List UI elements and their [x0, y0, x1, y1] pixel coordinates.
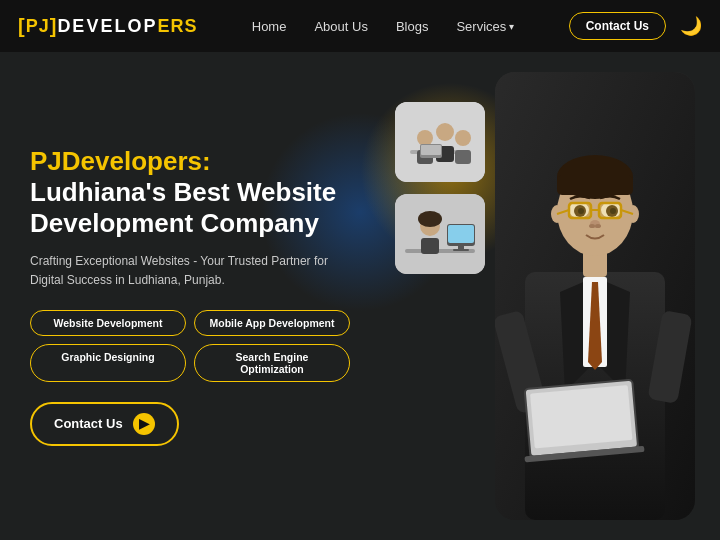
hero-title-line1: Ludhiana's Best Website [30, 177, 336, 207]
nav-services-label: Services [456, 19, 506, 34]
woman-svg [395, 194, 485, 274]
nav-links: Home About Us Blogs Services ▾ [252, 17, 515, 35]
service-tag-mobile[interactable]: Mobile App Development [194, 310, 350, 336]
hero-subtitle: Crafting Exceptional Websites - Your Tru… [30, 252, 340, 290]
svg-point-52 [595, 224, 601, 228]
team-svg [395, 102, 485, 182]
team-image [395, 102, 485, 182]
hero-section: PJDevelopers: Ludhiana's Best Website De… [0, 52, 720, 540]
svg-rect-16 [448, 225, 474, 243]
svg-point-51 [589, 224, 595, 228]
nav-blogs-link[interactable]: Blogs [396, 19, 429, 34]
nav-about-link[interactable]: About Us [314, 19, 367, 34]
nav-services[interactable]: Services ▾ [456, 19, 514, 34]
hero-title-white: Ludhiana's Best Website Development Comp… [30, 177, 380, 239]
hero-cta-button[interactable]: Contact Us ▶ [30, 402, 179, 446]
svg-rect-45 [569, 203, 591, 218]
svg-rect-7 [455, 150, 471, 164]
chevron-down-icon: ▾ [509, 21, 514, 32]
svg-rect-18 [453, 249, 469, 251]
team-photo [395, 102, 485, 182]
logo: [ PJ ] DEVELOP ERS [18, 15, 197, 38]
hero-title-yellow: PJDevelopers: [30, 146, 380, 177]
svg-rect-14 [421, 238, 439, 254]
man-svg [495, 72, 695, 520]
service-tag-seo[interactable]: Search Engine Optimization [194, 344, 350, 382]
nav-right: Contact Us 🌙 [569, 12, 702, 40]
svg-rect-34 [557, 175, 633, 195]
service-tags: Website Development Mobile App Developme… [30, 310, 350, 382]
man-container [495, 72, 695, 520]
hero-content-right [370, 52, 710, 540]
woman-image [395, 194, 485, 274]
svg-rect-29 [530, 385, 632, 448]
svg-rect-9 [421, 145, 441, 155]
svg-point-6 [455, 130, 471, 146]
logo-dev: DEVELOP [57, 16, 157, 37]
svg-rect-46 [599, 203, 621, 218]
navbar: [ PJ ] DEVELOP ERS Home About Us Blogs S… [0, 0, 720, 52]
nav-home-link[interactable]: Home [252, 19, 287, 34]
logo-bracket-close: ] [50, 15, 58, 38]
moon-icon[interactable]: 🌙 [680, 15, 702, 37]
hero-small-images [395, 102, 485, 274]
logo-s: ERS [157, 16, 197, 37]
svg-point-2 [417, 130, 433, 146]
logo-bracket-open: [ [18, 15, 26, 38]
cta-arrow-icon: ▶ [133, 413, 155, 435]
svg-point-4 [436, 123, 454, 141]
cta-label: Contact Us [54, 416, 123, 431]
hero-title-line2: Development Company [30, 208, 319, 238]
woman-photo [395, 194, 485, 274]
nav-blogs[interactable]: Blogs [396, 17, 429, 35]
service-tag-web[interactable]: Website Development [30, 310, 186, 336]
navbar-contact-button[interactable]: Contact Us [569, 12, 666, 40]
nav-home[interactable]: Home [252, 17, 287, 35]
svg-point-13 [418, 211, 442, 227]
svg-rect-0 [395, 102, 485, 182]
logo-pj: PJ [26, 16, 50, 37]
hero-content-left: PJDevelopers: Ludhiana's Best Website De… [0, 106, 380, 486]
service-tag-graphic[interactable]: Graphic Designing [30, 344, 186, 382]
nav-about[interactable]: About Us [314, 17, 367, 35]
